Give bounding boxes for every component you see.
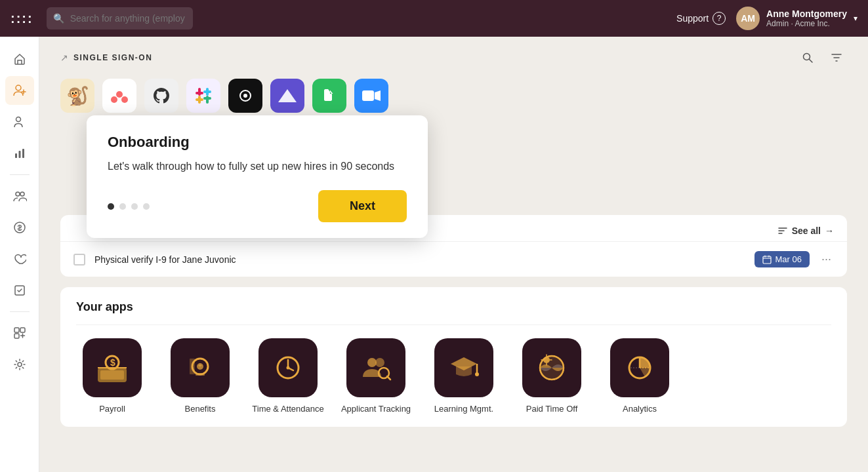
content-area: ↗ SINGLE SIGN-ON 🐒 — [39, 37, 868, 472]
svg-point-0 — [16, 85, 21, 90]
chevron-down-icon: ▾ — [854, 14, 858, 23]
svg-rect-27 — [763, 256, 771, 264]
svg-rect-11 — [14, 334, 19, 338]
integration-vector[interactable] — [270, 79, 304, 113]
svg-rect-10 — [20, 328, 25, 332]
dot-1 — [108, 203, 114, 210]
dot-3 — [131, 203, 138, 210]
svg-point-23 — [243, 94, 247, 98]
time-attendance-label: Time & Attendance — [252, 404, 323, 414]
svg-rect-36 — [190, 359, 195, 374]
app-paid-time-off[interactable]: Paid Time Off — [516, 338, 588, 414]
tooltip-description: Let's walk through how to fully set up n… — [108, 159, 407, 174]
dot-2 — [119, 203, 126, 210]
integration-evernote[interactable] — [312, 79, 346, 113]
support-button[interactable]: Support ? — [676, 12, 726, 25]
onboarding-tooltip: Onboarding Let's walk through how to ful… — [87, 115, 428, 238]
task-date-text: Mar 06 — [775, 254, 802, 264]
svg-text:+: + — [198, 362, 202, 369]
sidebar-item-settings[interactable] — [5, 350, 34, 379]
sidebar-item-apps[interactable] — [5, 319, 34, 347]
sidebar-item-reports[interactable] — [5, 139, 34, 168]
progress-dots — [108, 203, 150, 210]
svg-point-12 — [18, 363, 22, 366]
integration-slack[interactable] — [186, 79, 220, 113]
svg-point-40 — [367, 358, 377, 367]
task-date-badge: Mar 06 — [754, 251, 810, 267]
svg-point-5 — [16, 192, 20, 196]
app-analytics[interactable]: Analytics — [604, 338, 676, 414]
sidebar — [0, 37, 39, 472]
applicant-tracking-icon — [346, 338, 405, 397]
integration-zoom[interactable] — [354, 79, 388, 113]
sidebar-item-payroll[interactable] — [5, 213, 34, 242]
benefits-label: Benefits — [185, 404, 216, 414]
integration-github[interactable] — [144, 79, 178, 113]
table-row: Physical verify I-9 for Jane Juvonic Mar… — [60, 241, 847, 277]
search-input[interactable] — [47, 7, 193, 30]
next-button[interactable]: Next — [318, 190, 407, 222]
apps-divider — [76, 324, 831, 325]
integration-asana[interactable] — [102, 79, 136, 113]
see-all-link[interactable]: See all → — [777, 226, 834, 236]
your-apps-section: Your apps $ Payroll — [60, 287, 847, 427]
app-applicant-tracking[interactable]: Applicant Tracking — [340, 338, 412, 414]
sidebar-item-employees[interactable] — [5, 108, 34, 136]
sidebar-item-teams[interactable] — [5, 182, 34, 210]
svg-rect-3 — [18, 151, 20, 158]
sidebar-item-home[interactable] — [5, 45, 34, 73]
dot-4 — [143, 203, 150, 210]
see-all-label: See all — [792, 226, 821, 236]
avatar: AM — [736, 7, 760, 30]
applicant-tracking-label: Applicant Tracking — [341, 404, 411, 414]
logo: :::: — [10, 11, 33, 26]
svg-rect-17 — [203, 97, 211, 100]
svg-point-6 — [20, 192, 24, 196]
app-learning-mgmt[interactable]: Learning Mgmt. — [428, 338, 500, 414]
topnav: :::: 🔍 Support ? AM Anne Montgomery Admi… — [0, 0, 868, 37]
apps-grid: $ Payroll + — [76, 338, 831, 414]
svg-rect-25 — [362, 90, 374, 101]
see-all-arrow-icon: → — [825, 226, 834, 236]
analytics-label: Analytics — [623, 404, 657, 414]
app-benefits[interactable]: + Benefits — [164, 338, 236, 414]
support-help-icon: ? — [713, 12, 726, 25]
task-checkbox[interactable] — [73, 254, 85, 266]
time-attendance-icon — [258, 338, 318, 397]
task-text: Physical verify I-9 for Jane Juvonic — [94, 254, 745, 265]
svg-point-45 — [475, 372, 479, 376]
app-payroll[interactable]: $ Payroll — [76, 338, 148, 414]
learning-mgmt-label: Learning Mgmt. — [434, 404, 493, 414]
svg-rect-15 — [196, 92, 203, 94]
sidebar-item-add-employee[interactable] — [5, 76, 34, 105]
svg-rect-2 — [15, 153, 17, 158]
filter-header-button[interactable] — [826, 47, 847, 68]
integration-abstract[interactable] — [228, 79, 262, 113]
sidebar-divider-1 — [10, 174, 30, 175]
tooltip-footer: Next — [108, 190, 407, 222]
app-time-attendance[interactable]: Time & Attendance — [252, 338, 324, 414]
learning-mgmt-icon — [434, 338, 493, 397]
user-role: Admin · Acme Inc. — [766, 19, 847, 28]
sso-arrow-icon: ↗ — [60, 52, 68, 63]
header-actions — [797, 47, 847, 68]
support-label: Support — [676, 13, 709, 24]
svg-rect-29 — [100, 370, 124, 380]
search-header-button[interactable] — [797, 47, 818, 68]
svg-rect-35 — [196, 373, 205, 376]
paid-time-off-icon — [522, 338, 581, 397]
svg-marker-26 — [375, 90, 381, 101]
sidebar-item-tasks[interactable] — [5, 276, 34, 305]
tooltip-title: Onboarding — [108, 134, 407, 151]
sidebar-item-benefits[interactable] — [5, 245, 34, 273]
topnav-right: Support ? AM Anne Montgomery Admin · Acm… — [676, 7, 858, 30]
svg-point-1 — [16, 117, 20, 122]
integration-mailchimp[interactable]: 🐒 — [60, 79, 94, 113]
user-text: Anne Montgomery Admin · Acme Inc. — [766, 9, 847, 28]
task-more-button[interactable]: ··· — [819, 252, 834, 266]
page-title-bar: ↗ SINGLE SIGN-ON — [60, 52, 152, 63]
svg-rect-19 — [198, 96, 201, 104]
search-wrap: 🔍 — [47, 7, 375, 30]
user-menu[interactable]: AM Anne Montgomery Admin · Acme Inc. ▾ — [736, 7, 858, 30]
svg-marker-24 — [278, 89, 297, 102]
